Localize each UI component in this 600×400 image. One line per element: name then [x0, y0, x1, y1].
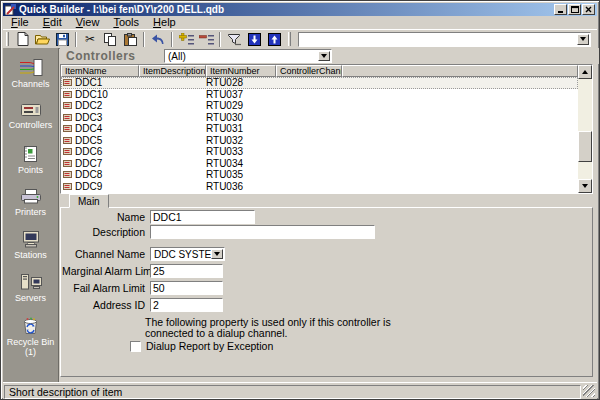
description-label: Description [62, 226, 150, 238]
new-button[interactable] [12, 30, 32, 48]
minimize-button[interactable] [554, 4, 567, 15]
controllers-list: ItemName ItemDescription ItemNumber Cont… [60, 64, 593, 194]
paste-button[interactable] [120, 30, 140, 48]
sidebar-item-stations[interactable]: Stations [3, 231, 58, 274]
menu-view[interactable]: View [69, 16, 107, 29]
remove-items-button[interactable] [196, 30, 216, 48]
table-row[interactable]: DDC8RTU035 [61, 169, 578, 181]
column-header-controllerchannel[interactable]: ControllerChann... [276, 65, 342, 77]
table-row[interactable]: DDC5RTU032 [61, 135, 578, 147]
table-row[interactable]: DDC4RTU031 [61, 123, 578, 135]
sidebar-item-recycle-bin[interactable]: Recycle Bin (1) [3, 317, 58, 369]
table-row[interactable]: DDC3RTU030 [61, 112, 578, 124]
table-row[interactable]: DDC1RTU028 [61, 77, 578, 89]
sidebar: Channels Controllers Points Printers Sta… [3, 48, 59, 382]
list-vertical-scrollbar[interactable] [578, 65, 592, 193]
fail-alarm-limit-field[interactable] [150, 281, 223, 295]
add-items-icon [179, 33, 194, 46]
page-title: Controllers [66, 49, 136, 63]
cut-button[interactable]: ✂ [80, 30, 100, 48]
toolbar-separator [143, 32, 145, 47]
filter-combobox[interactable]: (All) [164, 49, 332, 63]
toolbar: ✂ [3, 29, 597, 49]
controller-item-icon [63, 101, 72, 110]
menu-file[interactable]: File [4, 16, 36, 29]
scroll-down-button[interactable] [578, 179, 592, 193]
fail-alarm-limit-label: Fail Alarm Limit [62, 282, 150, 294]
open-folder-icon [35, 33, 50, 45]
description-field[interactable] [150, 225, 375, 239]
channel-name-dropdown-button[interactable] [211, 249, 223, 259]
channel-name-label: Channel Name [62, 248, 150, 260]
save-floppy-icon [56, 33, 69, 46]
filter-combobox-dropdown-button[interactable] [318, 51, 330, 61]
menu-help[interactable]: Help [146, 16, 183, 29]
resize-grip[interactable] [583, 385, 595, 397]
column-header-itemname[interactable]: ItemName [61, 65, 139, 77]
table-row[interactable]: DDC7RTU034 [61, 158, 578, 170]
titlebar: Quick Builder - I:\bei fen\DY\r200 DELL.… [3, 3, 597, 16]
scrollbar-thumb[interactable] [578, 131, 592, 162]
save-button[interactable] [52, 30, 72, 48]
controller-item-icon [63, 113, 72, 122]
address-id-field[interactable] [150, 298, 223, 312]
controller-item-icon [63, 124, 72, 133]
address-id-label: Address ID [62, 299, 150, 311]
statusbar: Short description of item [3, 382, 597, 399]
sidebar-item-printers[interactable]: Printers [3, 188, 58, 231]
quick-builder-window: Quick Builder - I:\bei fen\DY\r200 DELL.… [0, 0, 600, 400]
servers-icon [19, 274, 43, 291]
column-header-itemdescription[interactable]: ItemDescription [139, 65, 206, 77]
filter-funnel-icon [227, 33, 241, 46]
table-row[interactable]: DDC2RTU029 [61, 100, 578, 112]
controller-item-icon [63, 159, 72, 168]
name-field[interactable] [150, 210, 255, 224]
toolbar-grip[interactable] [288, 32, 291, 46]
controller-item-icon [63, 78, 72, 87]
channel-name-combobox[interactable]: DDC SYSTEM [150, 247, 225, 261]
sidebar-item-servers[interactable]: Servers [3, 274, 58, 317]
printers-icon [19, 188, 43, 205]
sidebar-item-channels[interactable]: Channels [3, 59, 58, 102]
toolbar-combobox[interactable] [298, 32, 591, 47]
toolbar-combobox-dropdown-button[interactable] [577, 34, 589, 45]
toolbar-grip[interactable] [6, 32, 9, 46]
menu-edit[interactable]: Edit [36, 16, 69, 29]
dialup-note-line2: connected to a dialup channel. [145, 328, 287, 339]
scroll-up-button[interactable] [578, 65, 592, 79]
arrow-down-icon [582, 184, 588, 188]
marginal-alarm-limit-label: Marginal Alarm Limit [62, 265, 150, 277]
undo-arrow-icon [151, 33, 165, 45]
sidebar-item-controllers[interactable]: Controllers [3, 102, 58, 145]
open-button[interactable] [32, 30, 52, 48]
column-header-itemnumber[interactable]: ItemNumber [206, 65, 276, 77]
copy-button[interactable] [100, 30, 120, 48]
download-button[interactable] [244, 30, 264, 48]
menubar: File Edit View Tools Help [3, 16, 597, 29]
list-rows: DDC1RTU028 DDC10RTU037 DDC2RTU029 DDC3RT… [61, 77, 578, 193]
sidebar-item-points[interactable]: Points [3, 145, 58, 188]
add-items-button[interactable] [176, 30, 196, 48]
marginal-alarm-limit-field[interactable] [150, 264, 223, 278]
maximize-button[interactable] [568, 4, 581, 15]
window-title: Quick Builder - I:\bei fen\DY\r200 DELL.… [19, 3, 553, 16]
close-button[interactable] [582, 4, 595, 15]
sidebar-item-label: Points [18, 165, 43, 175]
upload-button[interactable] [264, 30, 284, 48]
toolbar-separator [171, 32, 173, 47]
dialup-report-checkbox-label: Dialup Report by Exception [146, 340, 273, 352]
table-row[interactable]: DDC6RTU033 [61, 146, 578, 158]
table-row[interactable]: DDC10RTU037 [61, 89, 578, 101]
controller-item-icon [63, 170, 72, 179]
name-label: Name [62, 211, 150, 223]
menu-tools[interactable]: Tools [106, 16, 146, 29]
points-icon [22, 145, 39, 163]
dialup-report-checkbox[interactable] [130, 341, 141, 352]
status-text: Short description of item [4, 385, 581, 399]
undo-button[interactable] [148, 30, 168, 48]
table-row[interactable]: DDC9RTU036 [61, 181, 578, 193]
controller-item-icon [63, 90, 72, 99]
tab-main[interactable]: Main [69, 194, 109, 208]
close-icon [585, 6, 592, 13]
filter-button[interactable] [224, 30, 244, 48]
